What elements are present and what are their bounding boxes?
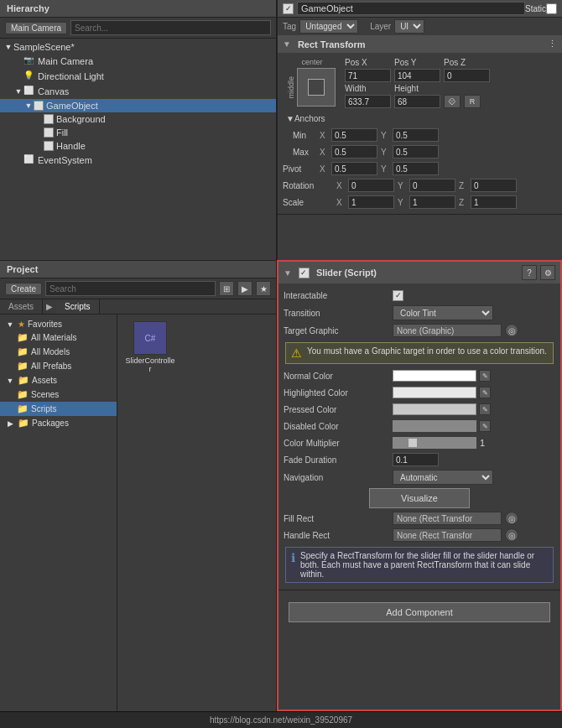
- proj-assets-folder[interactable]: ▼ 📁 Assets: [0, 373, 117, 387]
- pressed-color-label: Pressed Color: [284, 405, 393, 414]
- target-graphic-picker-btn[interactable]: ◎: [505, 324, 518, 337]
- layer-select[interactable]: UI: [394, 19, 424, 34]
- gameobj-enabled-checkbox[interactable]: ✓: [283, 3, 294, 14]
- constrain-proportions-btn[interactable]: ⛒: [444, 95, 461, 108]
- min-label: Min: [283, 131, 316, 140]
- proj-favorites[interactable]: ▼ ★ Favorites: [0, 318, 117, 330]
- rot-x-input[interactable]: [348, 179, 394, 192]
- navigation-select[interactable]: Automatic: [393, 470, 493, 485]
- visualize-button[interactable]: Visualize: [369, 488, 470, 508]
- static-checkbox[interactable]: [546, 3, 557, 14]
- rot-z-input[interactable]: [471, 179, 517, 192]
- hierarchy-item-directional-light[interactable]: 💡 Directional Light: [0, 69, 276, 84]
- scale-z-input[interactable]: [471, 195, 517, 209]
- rot-y-input[interactable]: [409, 179, 455, 192]
- handle-rect-input[interactable]: [393, 528, 502, 542]
- file-slider-controller[interactable]: C# SliderController: [121, 318, 180, 377]
- hierarchy-item-background[interactable]: Background: [0, 112, 276, 126]
- fill-rect-input[interactable]: [393, 512, 502, 525]
- scale-label: Scale: [283, 198, 333, 207]
- pressed-color-swatch[interactable]: [393, 403, 476, 415]
- proj-all-materials[interactable]: 📁 All Materials: [0, 330, 117, 345]
- slider-settings-btn[interactable]: ⚙: [540, 265, 555, 280]
- proj-scripts-folder[interactable]: 📁 Scripts: [0, 402, 117, 416]
- max-x-input[interactable]: [331, 145, 377, 159]
- scale-z-label: Z: [459, 198, 467, 207]
- scale-x-input[interactable]: [348, 195, 394, 209]
- pos-x-input[interactable]: 71: [345, 69, 391, 82]
- pressed-color-picker-btn[interactable]: ✎: [479, 403, 491, 415]
- fill-rect-picker-btn[interactable]: ◎: [505, 512, 518, 525]
- hierarchy-item-canvas[interactable]: ▼ ⬜ Canvas: [0, 84, 276, 99]
- project-icon-btn-3[interactable]: ★: [256, 281, 271, 296]
- pos-y-input[interactable]: 104: [394, 69, 440, 82]
- scene-root-item[interactable]: ▼ SampleScene*: [0, 40, 276, 54]
- pos-z-input[interactable]: 0: [444, 69, 490, 82]
- project-search-input[interactable]: [45, 281, 216, 296]
- scale-y-input[interactable]: [409, 195, 455, 209]
- proj-scenes[interactable]: 📁 Scenes: [0, 387, 117, 402]
- disabled-color-picker-btn[interactable]: ✎: [479, 420, 491, 432]
- project-files: C# SliderController: [117, 315, 276, 711]
- project-icon-btn-2[interactable]: ▶: [237, 281, 252, 296]
- proj-packages[interactable]: ▶ 📁 Packages: [0, 416, 117, 430]
- rotation-label: Rotation: [283, 181, 333, 190]
- pivot-x-input[interactable]: [331, 162, 377, 175]
- proj-all-models[interactable]: 📁 All Models: [0, 345, 117, 359]
- width-input[interactable]: 633.7: [345, 95, 391, 108]
- anchors-min-row: Min X Y: [278, 127, 562, 143]
- project-icon-btn-1[interactable]: ⊞: [219, 281, 234, 296]
- highlighted-color-picker-btn[interactable]: ✎: [479, 387, 491, 398]
- highlighted-color-swatch[interactable]: [393, 387, 476, 398]
- normal-color-swatch[interactable]: [393, 370, 476, 382]
- project-tree: ▼ ★ Favorites 📁 All Materials 📁 All Mode…: [0, 315, 117, 711]
- project-create-button[interactable]: Create: [5, 283, 42, 295]
- height-input[interactable]: 68: [394, 95, 440, 108]
- hierarchy-item-gameobject[interactable]: ▼ GameObject: [0, 99, 276, 112]
- slider-info-btn[interactable]: ?: [522, 265, 537, 280]
- disabled-color-value: ✎: [393, 420, 555, 432]
- slider-script-panel: ▼ ✓ Slider (Script) ? ⚙ Interactable ✓: [277, 260, 562, 711]
- disabled-color-swatch[interactable]: [393, 420, 476, 432]
- anchors-label: Anchors: [294, 114, 403, 123]
- handle-rect-picker-btn[interactable]: ◎: [505, 528, 518, 542]
- rect-transform-header[interactable]: ▼ Rect Transform ⋮: [278, 35, 562, 53]
- hierarchy-search-input[interactable]: [70, 20, 271, 35]
- tag-select[interactable]: Untagged: [299, 19, 358, 34]
- slider-component-header[interactable]: ▼ ✓ Slider (Script) ? ⚙: [278, 262, 560, 283]
- transition-row: Transition Color Tint: [278, 304, 560, 322]
- all-materials-icon: 📁: [17, 332, 29, 343]
- min-y-label: Y: [381, 131, 389, 140]
- fade-duration-input[interactable]: [393, 453, 439, 466]
- create-button[interactable]: Main Camera: [5, 22, 67, 34]
- rect-visual: [297, 68, 336, 107]
- gameobj-name-input[interactable]: [297, 2, 525, 15]
- rect-inner-box: [308, 79, 325, 96]
- hierarchy-item-main-camera[interactable]: 📷 Main Camera: [0, 54, 276, 69]
- project-title: Project: [7, 264, 38, 274]
- slider-enabled-checkbox[interactable]: ✓: [299, 268, 310, 278]
- normal-color-picker-btn[interactable]: ✎: [479, 370, 491, 382]
- highlighted-color-label: Highlighted Color: [284, 388, 393, 398]
- target-graphic-input[interactable]: [393, 324, 502, 337]
- color-multiplier-slider[interactable]: [393, 437, 476, 449]
- hierarchy-item-eventsystem[interactable]: ⬜ EventSystem: [0, 153, 276, 168]
- pivot-y-input[interactable]: [393, 162, 439, 175]
- proj-all-prefabs[interactable]: 📁 All Prefabs: [0, 359, 117, 373]
- min-x-input[interactable]: [331, 128, 377, 142]
- max-y-input[interactable]: [393, 145, 439, 159]
- fill-rect-row: Fill Rect ◎: [278, 510, 560, 527]
- tab-assets[interactable]: Assets: [0, 299, 43, 314]
- rect-transform-menu-icon[interactable]: ⋮: [548, 39, 557, 49]
- transition-select[interactable]: Color Tint: [393, 305, 493, 320]
- hierarchy-item-fill[interactable]: Fill: [0, 126, 276, 139]
- interactable-checkbox[interactable]: ✓: [393, 290, 403, 301]
- reset-btn[interactable]: R: [464, 95, 481, 108]
- handle-rect-row: Handle Rect ◎: [278, 527, 560, 543]
- min-y-input[interactable]: [393, 128, 439, 142]
- visualize-row: Visualize: [278, 486, 560, 510]
- hierarchy-item-handle[interactable]: Handle: [0, 139, 276, 153]
- tab-scripts[interactable]: Scripts: [56, 299, 100, 314]
- gameobj-check-icon: [34, 101, 44, 111]
- add-component-button[interactable]: Add Component: [289, 602, 550, 622]
